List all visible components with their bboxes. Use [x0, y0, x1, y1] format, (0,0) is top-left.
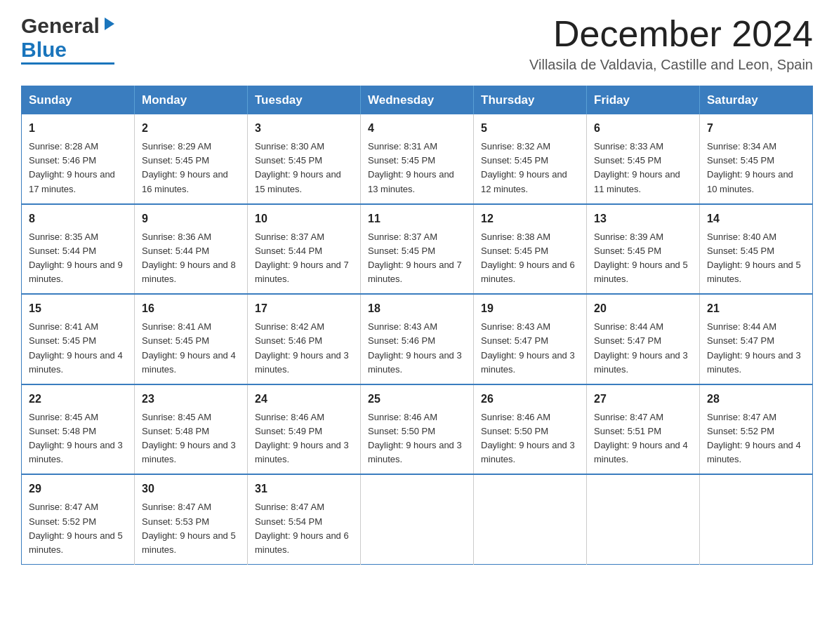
- day-info: Sunrise: 8:44 AMSunset: 5:47 PMDaylight:…: [594, 320, 692, 377]
- day-number: 7: [707, 120, 805, 137]
- day-info: Sunrise: 8:45 AMSunset: 5:48 PMDaylight:…: [29, 410, 127, 467]
- calendar-cell: 10Sunrise: 8:37 AMSunset: 5:44 PMDayligh…: [248, 204, 361, 295]
- calendar-cell: 21Sunrise: 8:44 AMSunset: 5:47 PMDayligh…: [700, 294, 813, 384]
- day-info: Sunrise: 8:37 AMSunset: 5:44 PMDaylight:…: [255, 230, 353, 287]
- calendar-cell: 11Sunrise: 8:37 AMSunset: 5:45 PMDayligh…: [361, 204, 474, 295]
- calendar-cell: 1Sunrise: 8:28 AMSunset: 5:46 PMDaylight…: [22, 114, 135, 204]
- calendar-cell: 5Sunrise: 8:32 AMSunset: 5:45 PMDaylight…: [474, 114, 587, 204]
- day-number: 1: [29, 120, 127, 137]
- calendar-cell: 19Sunrise: 8:43 AMSunset: 5:47 PMDayligh…: [474, 294, 587, 384]
- calendar-cell: 25Sunrise: 8:46 AMSunset: 5:50 PMDayligh…: [361, 384, 474, 475]
- col-header-saturday: Saturday: [700, 86, 813, 115]
- calendar-cell: [474, 474, 587, 564]
- day-number: 19: [481, 300, 579, 317]
- day-number: 12: [481, 210, 579, 227]
- calendar-cell: 24Sunrise: 8:46 AMSunset: 5:49 PMDayligh…: [248, 384, 361, 475]
- day-number: 2: [142, 120, 240, 137]
- day-info: Sunrise: 8:47 AMSunset: 5:54 PMDaylight:…: [255, 500, 353, 557]
- location-subtitle: Villasila de Valdavia, Castille and Leon…: [529, 57, 813, 73]
- day-number: 9: [142, 210, 240, 227]
- day-number: 28: [707, 391, 805, 408]
- calendar-week-3: 15Sunrise: 8:41 AMSunset: 5:45 PMDayligh…: [22, 294, 813, 384]
- calendar-cell: [700, 474, 813, 564]
- day-number: 13: [594, 210, 692, 227]
- calendar-cell: 28Sunrise: 8:47 AMSunset: 5:52 PMDayligh…: [700, 384, 813, 475]
- calendar-cell: 4Sunrise: 8:31 AMSunset: 5:45 PMDaylight…: [361, 114, 474, 204]
- day-number: 6: [594, 120, 692, 137]
- day-number: 27: [594, 391, 692, 408]
- calendar-cell: 6Sunrise: 8:33 AMSunset: 5:45 PMDaylight…: [587, 114, 700, 204]
- calendar-cell: 30Sunrise: 8:47 AMSunset: 5:53 PMDayligh…: [135, 474, 248, 564]
- day-info: Sunrise: 8:35 AMSunset: 5:44 PMDaylight:…: [29, 230, 127, 287]
- calendar-week-1: 1Sunrise: 8:28 AMSunset: 5:46 PMDaylight…: [22, 114, 813, 204]
- calendar-cell: 31Sunrise: 8:47 AMSunset: 5:54 PMDayligh…: [248, 474, 361, 564]
- day-number: 29: [29, 481, 127, 497]
- day-info: Sunrise: 8:45 AMSunset: 5:48 PMDaylight:…: [142, 410, 240, 467]
- day-info: Sunrise: 8:31 AMSunset: 5:45 PMDaylight:…: [368, 140, 466, 196]
- calendar-cell: 16Sunrise: 8:41 AMSunset: 5:45 PMDayligh…: [135, 294, 248, 384]
- day-info: Sunrise: 8:41 AMSunset: 5:45 PMDaylight:…: [29, 320, 127, 377]
- calendar-cell: 18Sunrise: 8:43 AMSunset: 5:46 PMDayligh…: [361, 294, 474, 384]
- calendar-cell: 20Sunrise: 8:44 AMSunset: 5:47 PMDayligh…: [587, 294, 700, 384]
- calendar-header: SundayMondayTuesdayWednesdayThursdayFrid…: [22, 86, 813, 115]
- calendar-cell: 3Sunrise: 8:30 AMSunset: 5:45 PMDaylight…: [248, 114, 361, 204]
- day-number: 5: [481, 120, 579, 137]
- calendar-cell: 8Sunrise: 8:35 AMSunset: 5:44 PMDaylight…: [22, 204, 135, 295]
- col-header-thursday: Thursday: [474, 86, 587, 115]
- day-info: Sunrise: 8:33 AMSunset: 5:45 PMDaylight:…: [594, 140, 692, 196]
- calendar-cell: 2Sunrise: 8:29 AMSunset: 5:45 PMDaylight…: [135, 114, 248, 204]
- day-number: 31: [255, 481, 353, 497]
- calendar-cell: 17Sunrise: 8:42 AMSunset: 5:46 PMDayligh…: [248, 294, 361, 384]
- col-header-wednesday: Wednesday: [361, 86, 474, 115]
- calendar-cell: 26Sunrise: 8:46 AMSunset: 5:50 PMDayligh…: [474, 384, 587, 475]
- day-number: 30: [142, 481, 240, 497]
- day-info: Sunrise: 8:46 AMSunset: 5:49 PMDaylight:…: [255, 410, 353, 467]
- calendar-table: SundayMondayTuesdayWednesdayThursdayFrid…: [21, 86, 813, 565]
- day-number: 16: [142, 300, 240, 317]
- calendar-cell: 22Sunrise: 8:45 AMSunset: 5:48 PMDayligh…: [22, 384, 135, 475]
- day-number: 3: [255, 120, 353, 137]
- logo: General Blue: [21, 14, 114, 65]
- calendar-cell: [361, 474, 474, 564]
- day-number: 10: [255, 210, 353, 227]
- day-number: 18: [368, 300, 466, 317]
- day-info: Sunrise: 8:46 AMSunset: 5:50 PMDaylight:…: [481, 410, 579, 467]
- day-number: 8: [29, 210, 127, 227]
- day-info: Sunrise: 8:39 AMSunset: 5:45 PMDaylight:…: [594, 230, 692, 287]
- calendar-cell: 29Sunrise: 8:47 AMSunset: 5:52 PMDayligh…: [22, 474, 135, 564]
- day-info: Sunrise: 8:41 AMSunset: 5:45 PMDaylight:…: [142, 320, 240, 377]
- logo-blue-text: Blue: [21, 38, 67, 62]
- day-info: Sunrise: 8:43 AMSunset: 5:47 PMDaylight:…: [481, 320, 579, 377]
- day-number: 17: [255, 300, 353, 317]
- day-number: 25: [368, 391, 466, 408]
- day-info: Sunrise: 8:47 AMSunset: 5:52 PMDaylight:…: [707, 410, 805, 467]
- logo-general-text: General: [21, 14, 100, 38]
- calendar-week-5: 29Sunrise: 8:47 AMSunset: 5:52 PMDayligh…: [22, 474, 813, 564]
- day-info: Sunrise: 8:46 AMSunset: 5:50 PMDaylight:…: [368, 410, 466, 467]
- calendar-cell: 14Sunrise: 8:40 AMSunset: 5:45 PMDayligh…: [700, 204, 813, 295]
- day-info: Sunrise: 8:30 AMSunset: 5:45 PMDaylight:…: [255, 140, 353, 196]
- day-number: 14: [707, 210, 805, 227]
- day-info: Sunrise: 8:47 AMSunset: 5:52 PMDaylight:…: [29, 500, 127, 557]
- day-info: Sunrise: 8:44 AMSunset: 5:47 PMDaylight:…: [707, 320, 805, 377]
- day-info: Sunrise: 8:32 AMSunset: 5:45 PMDaylight:…: [481, 140, 579, 196]
- day-number: 11: [368, 210, 466, 227]
- logo-underline: [21, 62, 114, 65]
- day-number: 21: [707, 300, 805, 317]
- month-title: December 2024: [529, 14, 813, 54]
- day-info: Sunrise: 8:28 AMSunset: 5:46 PMDaylight:…: [29, 140, 127, 196]
- calendar-cell: 9Sunrise: 8:36 AMSunset: 5:44 PMDaylight…: [135, 204, 248, 295]
- calendar-week-2: 8Sunrise: 8:35 AMSunset: 5:44 PMDaylight…: [22, 204, 813, 295]
- calendar-cell: [587, 474, 700, 564]
- day-number: 26: [481, 391, 579, 408]
- day-info: Sunrise: 8:47 AMSunset: 5:51 PMDaylight:…: [594, 410, 692, 467]
- calendar-cell: 13Sunrise: 8:39 AMSunset: 5:45 PMDayligh…: [587, 204, 700, 295]
- day-number: 4: [368, 120, 466, 137]
- col-header-friday: Friday: [587, 86, 700, 115]
- day-info: Sunrise: 8:36 AMSunset: 5:44 PMDaylight:…: [142, 230, 240, 287]
- calendar-cell: 7Sunrise: 8:34 AMSunset: 5:45 PMDaylight…: [700, 114, 813, 204]
- calendar-cell: 12Sunrise: 8:38 AMSunset: 5:45 PMDayligh…: [474, 204, 587, 295]
- day-info: Sunrise: 8:38 AMSunset: 5:45 PMDaylight:…: [481, 230, 579, 287]
- col-header-tuesday: Tuesday: [248, 86, 361, 115]
- day-info: Sunrise: 8:29 AMSunset: 5:45 PMDaylight:…: [142, 140, 240, 196]
